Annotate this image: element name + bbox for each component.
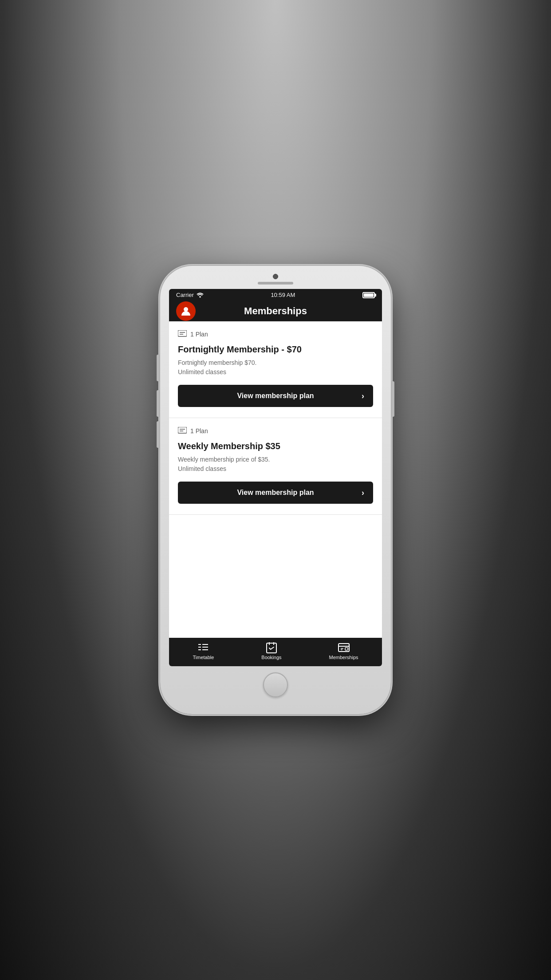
bookings-icon (265, 642, 278, 653)
avatar[interactable] (176, 301, 196, 321)
membership-desc-1: Fortnightly membership $70.Unlimited cla… (178, 358, 373, 377)
view-plan-btn-1[interactable]: View membership plan › (178, 385, 373, 407)
status-bar: Carrier 10:59 AM (169, 289, 382, 301)
page-title: Memberships (244, 305, 307, 317)
nav-item-bookings[interactable]: Bookings (261, 642, 281, 660)
nav-label-timetable: Timetable (193, 655, 214, 660)
nav-item-timetable[interactable]: Timetable (193, 642, 214, 660)
svg-rect-13 (267, 643, 276, 653)
carrier-label: Carrier (176, 292, 194, 298)
phone-frame: Carrier 10:59 AM (160, 266, 391, 714)
front-camera (273, 274, 278, 279)
nav-label-bookings: Bookings (261, 655, 281, 660)
svg-rect-1 (178, 330, 187, 336)
phone-top (160, 266, 391, 289)
earpiece-speaker (258, 282, 293, 285)
app-header: Memberships (169, 301, 382, 321)
plan-count-1: 1 Plan (178, 330, 373, 338)
nav-item-memberships[interactable]: Memberships (329, 642, 358, 660)
membership-name-1: Fortnightly Membership - $70 (178, 344, 373, 355)
chevron-right-icon-2: › (362, 488, 364, 498)
plan-count-icon-2 (178, 427, 187, 435)
view-plan-btn-2[interactable]: View membership plan › (178, 482, 373, 504)
membership-card-1: 1 Plan Fortnightly Membership - $70 Fort… (169, 321, 382, 418)
bottom-nav: Timetable Bookings (169, 638, 382, 666)
status-time: 10:59 AM (271, 292, 295, 298)
phone-screen: Carrier 10:59 AM (169, 289, 382, 666)
memberships-icon (338, 642, 350, 653)
svg-rect-4 (178, 427, 187, 433)
membership-list: 1 Plan Fortnightly Membership - $70 Fort… (169, 321, 382, 638)
plan-count-2: 1 Plan (178, 427, 373, 435)
membership-desc-2: Weekly membership price of $35.Unlimited… (178, 455, 373, 474)
plan-count-icon-1 (178, 330, 187, 338)
empty-space (169, 515, 382, 568)
wifi-icon (197, 292, 204, 298)
membership-name-2: Weekly Membership $35 (178, 441, 373, 451)
timetable-icon (197, 642, 209, 653)
svg-rect-20 (345, 648, 348, 650)
status-left: Carrier (176, 292, 204, 298)
svg-point-0 (184, 307, 188, 312)
membership-card-2: 1 Plan Weekly Membership $35 Weekly memb… (169, 418, 382, 515)
phone-bottom (160, 666, 391, 706)
battery-icon (362, 292, 375, 298)
home-button[interactable] (263, 672, 288, 697)
nav-label-memberships: Memberships (329, 655, 358, 660)
chevron-right-icon-1: › (362, 391, 364, 401)
